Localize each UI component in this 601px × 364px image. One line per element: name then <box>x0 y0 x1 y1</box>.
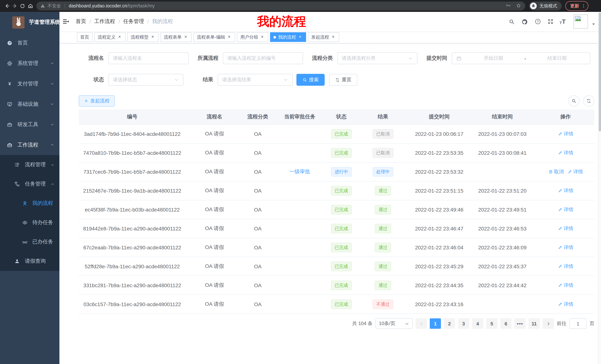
sidebar-item-my-process[interactable]: 我的流程 <box>0 194 60 213</box>
cell-current-task: 一级审批 <box>272 162 327 181</box>
current-task-link[interactable]: 一级审批 <box>289 168 310 175</box>
sidebar-item-todo-tasks[interactable]: 待办任务 <box>0 213 60 232</box>
browser-forward-button[interactable] <box>11 1 19 10</box>
password-key-icon[interactable] <box>506 3 511 9</box>
page-button-4[interactable]: 4 <box>472 318 483 329</box>
cell-process-id: 67c2eaab-7b9a-11ec-a290-acde48001122 <box>79 238 186 257</box>
sidebar-item-label: 首页 <box>18 39 28 46</box>
sidebar-item-leave-query[interactable]: 请假查询 <box>0 252 60 271</box>
sidebar-item-infra[interactable]: 基础设施 <box>0 94 60 114</box>
browser-menu-icon[interactable] <box>581 3 586 9</box>
create-process-button[interactable]: 发起流程 <box>79 95 115 106</box>
detail-link[interactable]: 详情 <box>558 244 573 251</box>
close-icon[interactable]: × <box>227 35 232 40</box>
chevron-down-icon <box>404 321 409 326</box>
cell-submit-time: 2022-01-22 23:46:04 <box>411 238 468 257</box>
update-button[interactable]: 更新 <box>565 1 588 11</box>
page-unit-label: 页 <box>590 320 594 327</box>
cancel-link[interactable]: 取消 <box>548 168 564 175</box>
name-filter-input[interactable]: 请输入流程名 <box>109 52 189 64</box>
close-icon[interactable]: × <box>150 35 155 40</box>
tab-my-process[interactable]: 我的流程× <box>270 32 306 42</box>
table-row: 7317cec6-7b9b-11ec-b5b7-acde48001122OA 请… <box>79 162 594 181</box>
close-icon[interactable]: × <box>331 35 336 40</box>
browser-home-button[interactable] <box>26 1 34 10</box>
app-logo[interactable]: 芋道管理系统 <box>0 12 60 33</box>
tab-start-process[interactable]: 发起流程× <box>308 32 339 42</box>
category-filter-select[interactable]: 请选择流程分类 <box>337 52 418 64</box>
tab-process-form[interactable]: 流程表单× <box>160 32 192 42</box>
fullscreen-icon[interactable] <box>547 19 553 25</box>
sidebar-item-label: 我的流程 <box>32 200 53 207</box>
breadcrumb-item[interactable]: 任务管理 <box>123 18 144 25</box>
cell-actions: 详情 <box>537 295 594 314</box>
detail-link[interactable]: 详情 <box>558 301 573 308</box>
tab-process-form-edit[interactable]: 流程表单-编辑× <box>193 32 235 42</box>
breadcrumb-item[interactable]: 首页 <box>76 18 86 25</box>
page-button-1[interactable]: 1 <box>430 318 441 329</box>
status-filter-select[interactable]: 请选择状态 <box>109 74 183 86</box>
table-row: 3ad174fb-7b9d-11ec-8404-acde48001122OA 请… <box>79 125 594 144</box>
close-icon[interactable]: × <box>117 35 122 40</box>
detail-link[interactable]: 详情 <box>567 168 583 175</box>
sidebar-item-workflow[interactable]: 工作流程 <box>0 135 60 155</box>
close-icon[interactable]: × <box>260 35 265 40</box>
detail-link[interactable]: 详情 <box>558 187 573 194</box>
close-icon[interactable]: × <box>298 35 303 40</box>
show-search-button[interactable] <box>568 95 580 106</box>
avatar[interactable] <box>573 14 588 29</box>
goto-page-input[interactable]: 1 <box>570 318 587 329</box>
sidebar-item-process-mgmt[interactable]: 流程管理 <box>0 155 60 174</box>
refresh-table-button[interactable] <box>583 95 594 106</box>
sidebar-item-label: 支付管理 <box>18 80 38 87</box>
detail-link[interactable]: 详情 <box>558 150 573 156</box>
bookmark-star-icon[interactable] <box>516 2 521 10</box>
page-button-11[interactable]: 11 <box>529 318 540 329</box>
sidebar-item-task-mgmt[interactable]: 任务管理 <box>0 174 60 194</box>
submit-time-filter-label: 提交时间 <box>422 55 452 62</box>
result-filter-select[interactable]: 请选择流结果 <box>218 74 293 86</box>
address-bar[interactable]: 不安全 dashboard.yudao.iocoder.cn/bpm/task/… <box>36 1 525 10</box>
definition-filter-input[interactable]: 请输入流程定义的编号 <box>223 52 303 64</box>
next-page-button[interactable] <box>543 318 554 329</box>
page-button-3[interactable]: 3 <box>458 318 469 329</box>
help-icon[interactable]: ? <box>534 18 541 25</box>
tab-user-group[interactable]: 用户分组× <box>237 32 268 42</box>
close-icon[interactable]: × <box>183 35 188 40</box>
reset-button[interactable]: 重置 <box>329 74 357 86</box>
font-size-icon[interactable]: TT <box>560 18 566 25</box>
table-row: 7470a810-7b9b-11ec-b5b7-acde48001122OA 请… <box>79 144 594 162</box>
page-button-6[interactable]: 6 <box>500 318 511 329</box>
prev-page-button[interactable] <box>416 318 427 329</box>
pages-ellipsis[interactable]: ••• <box>514 318 526 329</box>
status-badge: 已完成 <box>331 280 352 290</box>
page-button-5[interactable]: 5 <box>486 318 497 329</box>
chevron-down-icon[interactable] <box>591 22 596 26</box>
tab-home[interactable]: 首页 <box>77 32 92 42</box>
page-button-2[interactable]: 2 <box>444 318 455 329</box>
sidebar-item-done-tasks[interactable]: 已办任务 <box>0 232 60 252</box>
table-row: 52ffd28e-7b9a-11ec-a290-acde48001122OA 请… <box>79 257 594 276</box>
sidebar-item-system[interactable]: 系统管理 <box>0 53 60 74</box>
search-button[interactable]: 搜索 <box>296 74 325 86</box>
tab-process-definition[interactable]: 流程定义× <box>94 32 126 42</box>
sidebar-item-home[interactable]: 首页 <box>0 33 60 53</box>
detail-link[interactable]: 详情 <box>558 206 573 213</box>
scrollbar-thumb[interactable] <box>599 13 601 131</box>
detail-link[interactable]: 详情 <box>558 131 573 137</box>
sidebar-collapse-button[interactable] <box>62 18 70 26</box>
browser-back-button[interactable] <box>3 1 11 10</box>
submit-time-range-input[interactable]: 开始日期 - 结束日期 <box>452 52 590 64</box>
detail-link[interactable]: 详情 <box>558 282 573 289</box>
page-size-select[interactable]: 10条/页 <box>376 318 413 329</box>
tab-process-model[interactable]: 流程模型× <box>127 32 159 42</box>
browser-reload-button[interactable] <box>19 1 26 10</box>
github-icon[interactable] <box>521 18 528 25</box>
sidebar-item-payment[interactable]: ¥支付管理 <box>0 74 60 94</box>
breadcrumb-item[interactable]: 工作流程 <box>94 18 115 25</box>
search-icon[interactable] <box>508 18 515 25</box>
detail-link[interactable]: 详情 <box>558 263 573 270</box>
detail-link[interactable]: 详情 <box>558 225 573 232</box>
cell-status: 已完成 <box>327 181 355 200</box>
sidebar-item-devtools[interactable]: 研发工具 <box>0 114 60 135</box>
